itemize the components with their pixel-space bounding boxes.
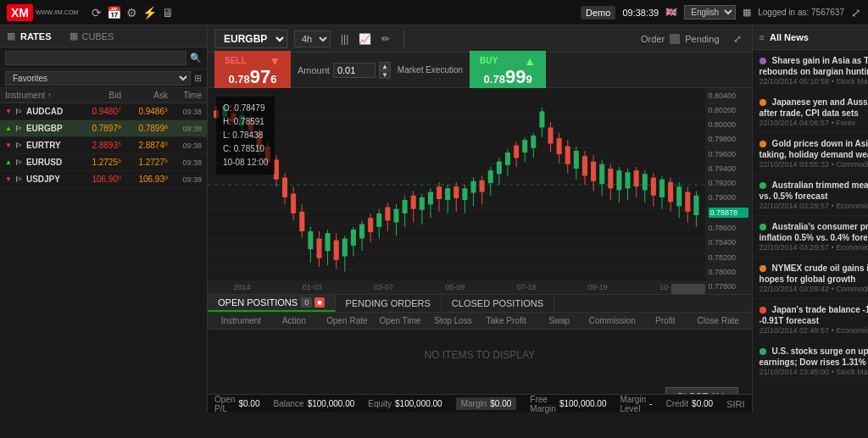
amount-input[interactable]: [333, 63, 376, 78]
news-category-dot: [760, 348, 766, 355]
flag-icon: 🏳: [15, 158, 23, 167]
news-item[interactable]: NYMEX crude oil gains in Asia on hopes f…: [753, 258, 868, 299]
news-headline-text: NYMEX crude oil gains in Asia on hopes f…: [760, 263, 868, 284]
chart-scrollbar[interactable]: [671, 284, 705, 294]
tab-closed-positions[interactable]: CLOSED POSITIONS: [442, 295, 554, 312]
news-item[interactable]: Australian trimmed mean CPI 0.4% vs. 0.5…: [753, 175, 868, 216]
news-item[interactable]: Gold prices down in Asia on profit takin…: [753, 133, 868, 175]
lightning-icon[interactable]: ⚡: [142, 6, 157, 19]
free-margin-status: Free Margin $100,000.00: [530, 395, 606, 413]
draw-btn[interactable]: ✏: [378, 31, 393, 47]
symbol-select[interactable]: EURGBP: [214, 30, 287, 48]
bottom-section: OPEN POSITIONS 0 ■ PENDING ORDERS CLOSED…: [208, 294, 752, 413]
equity-value: $100,000.00: [395, 399, 442, 408]
svg-rect-100: [582, 156, 587, 175]
news-headline-text: U.S. stocks surge on upbeat earnings; Do…: [760, 347, 868, 367]
favorites-select[interactable]: Favorites: [5, 71, 191, 86]
time-value: 09:38: [168, 108, 202, 116]
flag-icon: 🏳: [15, 108, 23, 116]
news-item[interactable]: Japanese yen and Aussie steady after tra…: [753, 91, 868, 133]
news-category-dot: [760, 307, 766, 313]
line-chart-btn[interactable]: 📈: [355, 31, 375, 47]
news-headline-text: Australia's consumer price inflation 0.5…: [760, 222, 868, 242]
tab-pending-orders[interactable]: PENDING ORDERS: [336, 295, 442, 312]
news-item[interactable]: Shares gain in Asia as Tokyo rebounds on…: [753, 50, 868, 91]
bid-value: 0.7897⁶: [75, 124, 121, 133]
amount-section: Amount ▲ ▼: [298, 62, 391, 79]
filter-icon[interactable]: ⊞: [194, 73, 202, 84]
pending-label: Pending: [685, 34, 719, 44]
svg-rect-86: [522, 140, 527, 152]
logo: XM WWW.XM.COM: [7, 4, 78, 21]
news-headline-text: Japanese yen and Aussie steady after tra…: [760, 97, 868, 118]
cubes-tab[interactable]: ▦ CUBES: [70, 30, 114, 42]
news-title: All News: [770, 32, 809, 42]
expand-icon[interactable]: ⤢: [851, 6, 861, 19]
close-all-button[interactable]: CLOSE ALL: [665, 387, 737, 394]
tab-open-positions[interactable]: OPEN POSITIONS 0 ■: [208, 295, 336, 312]
monitor-icon[interactable]: 🖥: [162, 6, 174, 19]
rates-header: ▦ RATES ▦ CUBES: [0, 25, 207, 47]
rate-row[interactable]: ▲ 🏳 EURUSD 1.2725⁵ 1.2727⁵ 09:38: [0, 154, 207, 171]
free-margin-value: $100,000.00: [559, 399, 607, 408]
flag-icon: 🇬🇧: [665, 7, 677, 18]
rates-filter: Favorites ⊞: [0, 69, 207, 88]
toolbar-icons: ||| 📈 ✏: [337, 31, 393, 47]
settings-icon[interactable]: ⚙: [126, 6, 137, 19]
order-label: Order: [641, 34, 665, 44]
search-input[interactable]: [5, 51, 186, 65]
rates-search: 🔍: [0, 47, 207, 69]
news-item[interactable]: Japan's trade balance -1.07T vs. -0.91T …: [753, 299, 868, 341]
positions-header: Instrument Action Open Rate Open Time St…: [208, 313, 752, 330]
news-meta: 22/10/2014 03:29:57 • Economic Indicator…: [760, 243, 868, 252]
grid-icon: ▦: [743, 7, 751, 18]
buy-block: BUY ▲ 0.78999: [470, 51, 546, 90]
maximize-btn[interactable]: ⤢: [730, 31, 745, 47]
no-items-text: NO ITEMS TO DISPLAY: [208, 330, 752, 380]
col-time-header: Time: [168, 91, 202, 100]
svg-rect-60: [411, 196, 416, 209]
margin-status: Margin $0.00: [456, 397, 517, 410]
svg-rect-36: [308, 231, 313, 249]
news-category-dot: [760, 141, 766, 147]
col-swap: Swap: [532, 316, 586, 325]
rate-row[interactable]: ▲ 🏳 EURGBP 0.7897⁶ 0.7899⁸ 09:38: [0, 120, 207, 137]
ohlc-high: H: 0.78591: [223, 115, 268, 129]
svg-rect-96: [565, 147, 570, 164]
instrument-name: EURUSD: [26, 158, 62, 167]
news-category-dot: [760, 99, 766, 106]
rate-row[interactable]: ▼ 🏳 EURTRY 2.8893⁵ 2.8874⁰ 09:38: [0, 137, 207, 154]
ask-value: 106.93⁰: [121, 175, 168, 184]
spin-down-btn[interactable]: ▼: [379, 70, 391, 79]
refresh-icon[interactable]: ⟳: [92, 6, 102, 19]
buy-label: BUY: [480, 56, 498, 65]
bar-chart-btn[interactable]: |||: [337, 31, 352, 47]
svg-rect-50: [368, 218, 373, 232]
direction-arrow: ▲: [5, 125, 12, 132]
ohlc-overlay: O: 0.78479 H: 0.78591 L: 0.78438 C: 0.78…: [216, 97, 275, 175]
language-select[interactable]: English: [684, 5, 736, 19]
rate-row[interactable]: ▼ 🏳 AUDCAD 0.9480⁷ 0.9486⁵ 09:38: [0, 103, 207, 120]
bid-value: 106.90⁰: [75, 175, 121, 184]
svg-rect-118: [659, 180, 665, 197]
search-icon: 🔍: [190, 53, 202, 64]
ohlc-low: L: 0.78438: [223, 129, 268, 142]
status-bar: Open P/L $0.00 Balance $100,000.00 Equit…: [208, 394, 752, 413]
bid-value: 1.2725⁵: [75, 158, 121, 167]
news-item[interactable]: U.S. stocks surge on upbeat earnings; Do…: [753, 341, 868, 382]
timeframe-select[interactable]: 4h: [294, 30, 331, 47]
news-item[interactable]: Australia's consumer price inflation 0.5…: [753, 216, 868, 258]
news-headline: Australian trimmed mean CPI 0.4% vs. 0.5…: [760, 180, 868, 202]
news-headline: Shares gain in Asia as Tokyo rebounds on…: [760, 55, 868, 77]
amount-label: Amount: [298, 65, 330, 75]
svg-rect-70: [453, 186, 459, 198]
rate-row[interactable]: ▼ 🏳 USDJPY 106.90⁰ 106.93⁰ 09:38: [0, 171, 207, 188]
margin-value: $0.00: [490, 399, 511, 408]
svg-rect-110: [625, 172, 630, 188]
svg-rect-64: [428, 192, 433, 205]
calendar-icon[interactable]: 📅: [107, 6, 121, 19]
spin-up-btn[interactable]: ▲: [379, 62, 391, 70]
buy-price-display: 0.78999: [480, 68, 536, 86]
instrument-info: ▼ 🏳 USDJPY: [5, 175, 75, 184]
positions-content: Instrument Action Open Rate Open Time St…: [208, 313, 752, 394]
